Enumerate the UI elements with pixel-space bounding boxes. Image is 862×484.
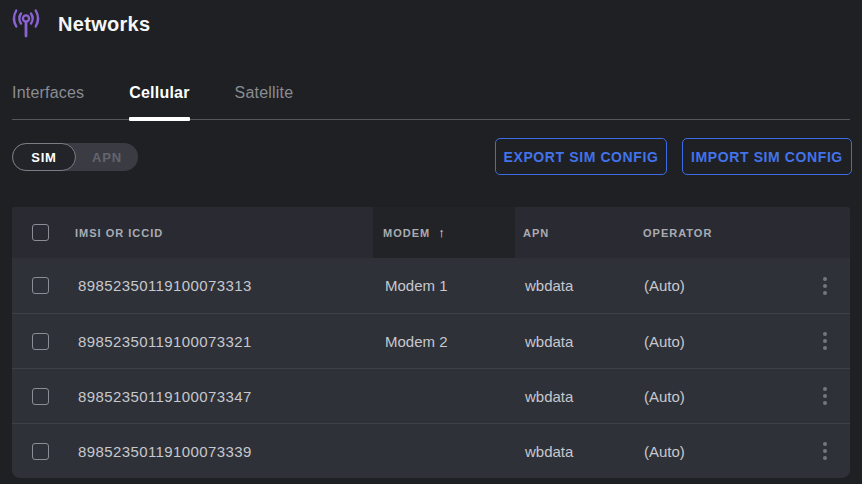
row-checkbox-cell: [12, 388, 75, 405]
row-checkbox-cell: [12, 443, 75, 460]
tab-bar: Interfaces Cellular Satellite: [12, 84, 850, 120]
cell-operator: (Auto): [632, 277, 800, 294]
toggle-sim[interactable]: SIM: [12, 143, 76, 171]
cell-apn: wbdata: [515, 388, 632, 405]
cell-apn: wbdata: [515, 277, 632, 294]
cell-imsi: 89852350119100073313: [75, 277, 373, 294]
cell-imsi: 89852350119100073339: [75, 443, 373, 460]
sim-table: IMSI OR ICCID MODEM ↑ APN OPERATOR 89852…: [12, 207, 850, 478]
table-row: 89852350119100073339 wbdata (Auto): [12, 423, 850, 478]
export-sim-config-button[interactable]: EXPORT SIM CONFIG: [495, 138, 667, 175]
page-title: Networks: [58, 13, 150, 36]
sort-asc-icon: ↑: [438, 225, 446, 240]
row-checkbox-cell: [12, 277, 75, 294]
row-menu-kebab-icon[interactable]: [817, 271, 833, 301]
tab-cellular[interactable]: Cellular: [129, 84, 189, 119]
tab-satellite[interactable]: Satellite: [235, 84, 294, 119]
table-row: 89852350119100073313 Modem 1 wbdata (Aut…: [12, 258, 850, 313]
cell-modem: Modem 2: [373, 333, 515, 350]
cell-modem: Modem 1: [373, 277, 515, 294]
select-all-checkbox[interactable]: [32, 224, 49, 241]
cell-apn: wbdata: [515, 443, 632, 460]
cell-operator: (Auto): [632, 443, 800, 460]
column-header-modem-label: MODEM: [383, 227, 430, 239]
table-body: 89852350119100073313 Modem 1 wbdata (Aut…: [12, 258, 850, 478]
page-header: Networks: [10, 8, 150, 40]
column-header-imsi[interactable]: IMSI OR ICCID: [75, 207, 373, 258]
cell-imsi: 89852350119100073321: [75, 333, 373, 350]
row-menu-kebab-icon[interactable]: [817, 326, 833, 356]
toggle-apn[interactable]: APN: [76, 143, 138, 171]
row-checkbox[interactable]: [32, 443, 49, 460]
row-checkbox[interactable]: [32, 388, 49, 405]
column-header-actions: [800, 207, 850, 258]
row-menu-kebab-icon[interactable]: [817, 436, 833, 466]
row-checkbox[interactable]: [32, 277, 49, 294]
cell-operator: (Auto): [632, 388, 800, 405]
cell-operator: (Auto): [632, 333, 800, 350]
table-header-row: IMSI OR ICCID MODEM ↑ APN OPERATOR: [12, 207, 850, 258]
table-row: 89852350119100073321 Modem 2 wbdata (Aut…: [12, 313, 850, 368]
row-menu-kebab-icon[interactable]: [817, 381, 833, 411]
column-header-modem[interactable]: MODEM ↑: [373, 207, 515, 258]
import-sim-config-button[interactable]: IMPORT SIM CONFIG: [682, 138, 852, 175]
row-checkbox-cell: [12, 333, 75, 350]
sim-apn-toggle: SIM APN: [12, 143, 138, 171]
cell-apn: wbdata: [515, 333, 632, 350]
tab-interfaces[interactable]: Interfaces: [12, 84, 84, 119]
header-checkbox-cell: [12, 224, 75, 241]
table-row: 89852350119100073347 wbdata (Auto): [12, 368, 850, 423]
row-checkbox[interactable]: [32, 333, 49, 350]
antenna-icon: [10, 8, 42, 40]
cell-imsi: 89852350119100073347: [75, 388, 373, 405]
column-header-apn[interactable]: APN: [515, 207, 632, 258]
column-header-operator[interactable]: OPERATOR: [632, 207, 800, 258]
